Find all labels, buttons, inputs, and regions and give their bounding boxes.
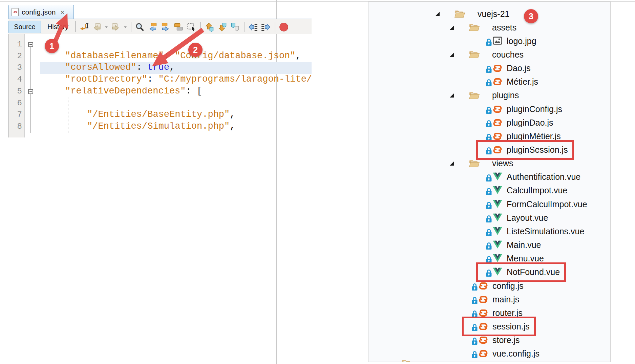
tree-folder-views[interactable]: views	[449, 157, 513, 170]
expander-icon[interactable]	[449, 93, 454, 98]
tree-item-Menu.vue[interactable]: Menu.vue	[486, 252, 544, 265]
history-view-button[interactable]: History	[43, 21, 72, 33]
tree-item-label: assets	[492, 23, 516, 33]
tree-item-label: views	[492, 158, 513, 168]
tree-item-store.js[interactable]: store.js	[471, 334, 520, 347]
code-token: [	[197, 86, 202, 96]
rectangular-selection-icon[interactable]	[186, 22, 197, 33]
expander-icon[interactable]	[449, 25, 454, 30]
lock-icon	[486, 188, 492, 195]
vue-file-icon	[493, 186, 502, 195]
code-line-8[interactable]: "/Entities/Simulation.php",	[87, 121, 235, 131]
js-file-icon	[479, 322, 488, 331]
tree-item-pluginSession.js[interactable]: pluginSession.js	[486, 143, 568, 157]
tree-item-ListeSimulations.vue[interactable]: ListeSimulations.vue	[486, 224, 584, 238]
tree-item-Authentification.vue[interactable]: Authentification.vue	[486, 170, 580, 184]
lock-icon	[486, 133, 492, 141]
tree-item-session.js[interactable]: session.js	[471, 320, 530, 333]
tab-label: config.json	[22, 8, 56, 16]
tree-item-label: CalculImpot.vue	[507, 186, 567, 195]
tree-folder-vuejs-21[interactable]: vuejs-21	[435, 7, 510, 21]
tree-item-label: Authentification.vue	[507, 172, 580, 182]
tree-item-pluginMétier.js[interactable]: pluginMétier.js	[486, 129, 561, 143]
tree-item-pluginDao.js[interactable]: pluginDao.js	[486, 116, 553, 129]
tree-item-label: Métier.js	[507, 77, 538, 87]
next-occurrence-icon[interactable]	[160, 22, 171, 33]
code-token: :	[136, 62, 147, 72]
toggle-highlight-icon[interactable]	[173, 22, 184, 33]
code-line-2[interactable]: "databaseFilename": "Config/database.jso…	[65, 51, 301, 61]
tree-item-Main.vue[interactable]: Main.vue	[486, 238, 541, 252]
previous-bookmark-icon[interactable]	[204, 22, 215, 33]
next-bookmark-icon[interactable]	[217, 22, 228, 33]
annotation-marker-3: 3	[524, 9, 538, 23]
line-number: 5	[8, 87, 22, 96]
fold-toggle-line1[interactable]	[28, 42, 33, 47]
code-token: true	[147, 62, 169, 72]
expander-icon[interactable]	[449, 52, 454, 57]
tree-item-config.js[interactable]: config.js	[471, 279, 524, 293]
shift-right-icon[interactable]	[260, 22, 271, 33]
code-token: "corsAllowed"	[65, 62, 136, 72]
tree-item-router.js[interactable]: router.js	[471, 306, 523, 320]
line-number: 1	[8, 40, 22, 49]
tree-item-Layout.vue[interactable]: Layout.vue	[486, 211, 548, 224]
jump-last-edit-icon[interactable]	[79, 22, 89, 33]
tab-config-json[interactable]: JS config.json ×	[8, 5, 74, 19]
vue-file-icon	[493, 267, 502, 277]
find-icon[interactable]	[134, 22, 145, 33]
tree-item-label: Layout.vue	[507, 213, 548, 223]
tree-item-pluginConfig.js[interactable]: pluginConfig.js	[486, 102, 562, 116]
back-dropdown-icon[interactable]	[104, 22, 108, 33]
code-line-4[interactable]: "rootDirectory": "C:/myprograms/laragon-…	[65, 74, 312, 84]
lock-icon	[471, 283, 478, 291]
tree-item-label: Menu.vue	[507, 254, 544, 263]
js-file-icon	[493, 64, 502, 73]
expander-icon[interactable]	[435, 12, 440, 17]
code-line-3[interactable]: "corsAllowed": true,	[65, 62, 175, 72]
tree-folder-couches[interactable]: couches	[449, 48, 524, 61]
lock-icon	[471, 310, 478, 318]
tree-item-main.js[interactable]: main.js	[471, 293, 519, 306]
source-view-button[interactable]: Source	[8, 21, 41, 33]
line-number: 6	[8, 99, 22, 108]
code-token: ,	[296, 51, 301, 61]
lock-icon	[486, 79, 492, 87]
code-line-7[interactable]: "/Entities/BaseEntity.php",	[87, 109, 235, 120]
tree-folder-partial[interactable]	[402, 357, 425, 362]
tree-item-logo.jpg[interactable]: logo.jpg	[486, 34, 536, 48]
back-icon[interactable]	[91, 22, 102, 33]
expander-icon[interactable]	[449, 161, 454, 166]
lock-icon	[486, 174, 492, 182]
tree-folder-assets[interactable]: assets	[449, 21, 516, 34]
js-file-icon	[479, 295, 488, 304]
js-file-icon	[493, 105, 502, 114]
tree-item-vue.config.js[interactable]: vue.config.js	[471, 347, 539, 361]
shift-left-icon[interactable]	[248, 22, 258, 33]
forward-icon[interactable]	[110, 22, 121, 33]
code-token: ,	[169, 62, 175, 72]
tree-item-Métier.js[interactable]: Métier.js	[486, 75, 538, 89]
record-macro-icon[interactable]	[278, 22, 289, 33]
close-icon[interactable]: ×	[60, 9, 64, 16]
lock-icon	[486, 120, 492, 128]
image-file-icon	[493, 37, 502, 46]
code-token: "relativeDependencies"	[65, 86, 186, 96]
code-token: "rootDirectory"	[65, 74, 147, 84]
fold-toggle-line5[interactable]	[28, 89, 33, 94]
tree-item-label: Main.vue	[507, 240, 541, 250]
previous-occurrence-icon[interactable]	[147, 22, 158, 33]
folder-icon	[469, 50, 480, 59]
lock-icon	[486, 201, 492, 209]
tree-item-label: router.js	[492, 308, 523, 318]
tree-item-Dao.js[interactable]: Dao.js	[486, 62, 531, 75]
lock-icon	[486, 242, 492, 250]
toggle-bookmark-icon[interactable]	[230, 22, 240, 33]
tree-item-CalculImpot.vue[interactable]: CalculImpot.vue	[486, 184, 567, 197]
code-line-5[interactable]: "relativeDependencies": [	[65, 86, 202, 96]
folder-icon	[402, 359, 412, 362]
tree-item-FormCalculImpot.vue[interactable]: FormCalculImpot.vue	[486, 197, 587, 211]
tree-item-NotFound.vue[interactable]: NotFound.vue	[486, 265, 560, 279]
forward-dropdown-icon[interactable]	[123, 22, 127, 33]
tree-folder-plugins[interactable]: plugins	[449, 89, 519, 102]
